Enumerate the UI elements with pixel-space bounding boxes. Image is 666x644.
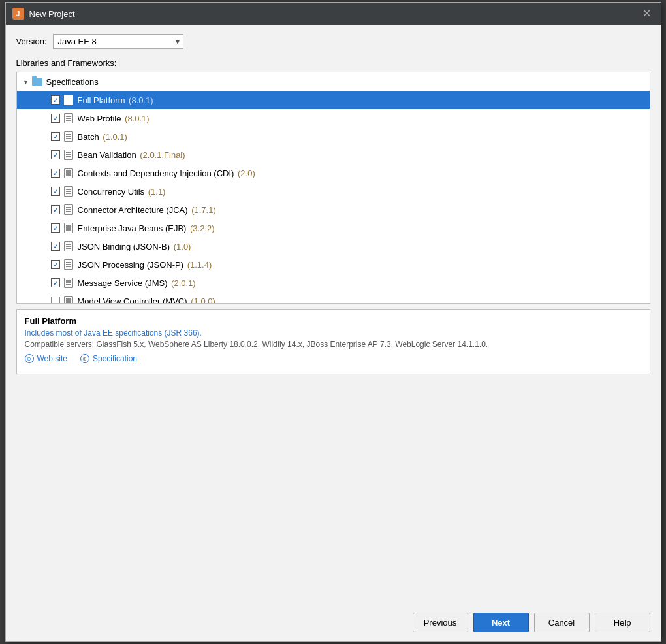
expand-arrow-bean-validation (40, 150, 51, 160)
label-json-b: JSON Binding (JSON-B) (78, 242, 170, 251)
label-mvc: Model View Controller (MVC) (78, 297, 187, 304)
version-web-profile: (8.0.1) (122, 114, 149, 123)
version-bean-validation: (2.0.1.Final) (138, 150, 185, 160)
tree-item-specifications[interactable]: Specifications (17, 72, 650, 91)
title-bar-left: J New Project (12, 8, 75, 20)
desc-title: Full Platform (25, 316, 642, 326)
checkbox-jms[interactable] (51, 278, 60, 287)
label-ejb: Enterprise Java Beans (EJB) (78, 223, 187, 233)
checkbox-connector-arch[interactable] (51, 205, 60, 214)
label-web-profile: Web Profile (78, 114, 121, 123)
version-row: Version: Java EE 8 Java EE 7 (16, 34, 650, 49)
expand-arrow-specifications[interactable] (21, 76, 31, 87)
expand-arrow-jms (40, 278, 51, 288)
help-button[interactable]: Help (595, 613, 650, 632)
version-full-platform: (8.0.1) (126, 95, 153, 105)
expand-arrow-json-b (40, 241, 51, 251)
checkbox-batch[interactable] (51, 132, 60, 141)
version-jms: (2.0.1) (168, 278, 195, 288)
website-link[interactable]: ⊕ Web site (25, 354, 67, 363)
previous-button[interactable]: Previous (413, 613, 468, 632)
tree-root: Specifications Full Platform (8.0.1) (17, 72, 650, 304)
tree-item-web-profile[interactable]: Web Profile (8.0.1) (17, 109, 650, 127)
tree-container[interactable]: Specifications Full Platform (8.0.1) (16, 72, 650, 304)
spec-icon-connector-arch (63, 204, 74, 215)
checkbox-mvc[interactable] (51, 297, 60, 304)
checkbox-bean-validation[interactable] (51, 150, 60, 159)
version-cdi: (2.0) (235, 169, 255, 178)
label-concurrency-utils: Concurrency Utils (78, 187, 145, 197)
expand-arrow-mvc (40, 296, 51, 304)
label-full-platform: Full Platform (78, 95, 125, 105)
spec-icon-ejb (63, 223, 74, 233)
version-batch: (1.0.1) (101, 132, 127, 142)
tree-item-jms[interactable]: Message Service (JMS) (2.0.1) (17, 274, 650, 292)
spec-icon-batch (63, 131, 74, 142)
spec-icon-mvc (63, 296, 74, 304)
app-icon: J (12, 8, 24, 20)
spec-icon-concurrency-utils (63, 186, 74, 197)
checkbox-json-p[interactable] (51, 260, 60, 269)
new-project-dialog: J New Project ✕ Version: Java EE 8 Java … (5, 2, 661, 642)
tree-item-json-b[interactable]: JSON Binding (JSON-B) (1.0) (17, 237, 650, 255)
checkbox-json-b[interactable] (51, 242, 60, 251)
description-panel: Full Platform Includes most of Java EE s… (16, 309, 650, 374)
expand-arrow-connector-arch (40, 204, 51, 215)
libraries-label: Libraries and Frameworks: (16, 58, 650, 68)
expand-arrow-ejb (40, 223, 51, 233)
dialog-title: New Project (29, 9, 75, 19)
version-label: Version: (16, 37, 47, 46)
tree-item-json-p[interactable]: JSON Processing (JSON-P) (1.1.4) (17, 255, 650, 274)
spec-icon-web-profile (63, 113, 74, 123)
expand-arrow-web-profile (40, 113, 51, 123)
globe-icon-spec: ⊕ (80, 354, 89, 363)
tree-item-connector-arch[interactable]: Connector Architecture (JCA) (1.7.1) (17, 201, 650, 219)
label-connector-arch: Connector Architecture (JCA) (78, 205, 188, 215)
specification-link[interactable]: ⊕ Specification (80, 354, 137, 363)
label-jms: Message Service (JMS) (78, 278, 168, 288)
checkbox-web-profile[interactable] (51, 114, 60, 123)
label-batch: Batch (78, 132, 99, 142)
close-button[interactable]: ✕ (639, 7, 654, 20)
checkbox-cdi[interactable] (51, 169, 60, 178)
desc-links: ⊕ Web site ⊕ Specification (25, 354, 642, 363)
next-button[interactable]: Next (473, 613, 529, 632)
checkbox-full-platform[interactable] (51, 95, 60, 105)
specifications-label: Specifications (46, 77, 99, 87)
folder-icon-specifications (31, 76, 43, 87)
cancel-button[interactable]: Cancel (534, 613, 590, 632)
website-link-label: Web site (37, 354, 67, 363)
dialog-body: Version: Java EE 8 Java EE 7 Libraries a… (6, 25, 661, 641)
checkbox-ejb[interactable] (51, 223, 60, 233)
expand-arrow-concurrency-utils (40, 186, 51, 197)
spec-icon-jms (63, 278, 74, 288)
tree-item-concurrency-utils[interactable]: Concurrency Utils (1.1) (17, 182, 650, 201)
tree-item-ejb[interactable]: Enterprise Java Beans (EJB) (3.2.2) (17, 219, 650, 237)
tree-item-batch[interactable]: Batch (1.0.1) (17, 127, 650, 146)
label-cdi: Contexts and Dependency Injection (CDI) (78, 169, 234, 178)
desc-text1: Includes most of Java EE specifications … (25, 329, 642, 338)
version-json-b: (1.0) (171, 242, 191, 251)
tree-item-full-platform[interactable]: Full Platform (8.0.1) (17, 91, 650, 109)
version-mvc: (1.0.0) (189, 297, 215, 304)
spec-icon-full-platform (63, 95, 74, 105)
label-json-p: JSON Processing (JSON-P) (78, 260, 184, 270)
tree-item-bean-validation[interactable]: Bean Validation (2.0.1.Final) (17, 146, 650, 164)
spec-icon-bean-validation (63, 150, 74, 160)
label-bean-validation: Bean Validation (78, 150, 136, 160)
expand-arrow-json-p (40, 259, 51, 270)
globe-icon-website: ⊕ (25, 354, 34, 363)
expand-arrow-cdi (40, 168, 51, 178)
version-ejb: (3.2.2) (187, 223, 214, 233)
version-concurrency-utils: (1.1) (146, 187, 165, 197)
version-select[interactable]: Java EE 8 Java EE 7 (53, 34, 183, 49)
checkbox-concurrency-utils[interactable] (51, 187, 60, 196)
title-bar: J New Project ✕ (6, 3, 661, 25)
spec-icon-json-p (63, 259, 74, 270)
expand-arrow-full-platform (40, 95, 51, 105)
version-select-wrapper: Java EE 8 Java EE 7 (53, 34, 183, 49)
tree-item-cdi[interactable]: Contexts and Dependency Injection (CDI) … (17, 164, 650, 182)
version-json-p: (1.1.4) (185, 260, 212, 270)
specification-link-label: Specification (93, 354, 137, 363)
tree-item-mvc[interactable]: Model View Controller (MVC) (1.0.0) (17, 292, 650, 304)
